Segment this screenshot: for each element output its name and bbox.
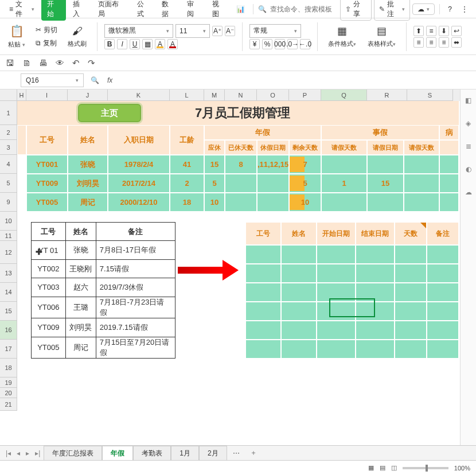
row-header[interactable]: 13 — [0, 264, 17, 283]
row-header[interactable]: 20 — [0, 388, 17, 398]
table-style-button[interactable]: ▤ 表格样式▾ — [364, 24, 399, 49]
tab-home[interactable]: 开始 — [41, 0, 67, 21]
view-break-icon[interactable]: ◫ — [391, 464, 397, 472]
row-header[interactable]: 2 — [0, 125, 17, 140]
tab-add-icon[interactable]: ＋ — [245, 446, 262, 460]
underline-button[interactable]: U — [130, 39, 140, 49]
align-left-icon[interactable]: ≡ — [413, 37, 424, 48]
help-icon[interactable]: ? — [444, 4, 455, 14]
tab-view[interactable]: 视图 — [208, 0, 231, 21]
row-header[interactable]: 11 — [0, 231, 17, 241]
percent-icon[interactable]: % — [262, 39, 272, 49]
col-header[interactable]: H — [17, 89, 26, 101]
row-header[interactable]: 1 — [0, 101, 17, 125]
decrease-font-icon[interactable]: A⁻ — [225, 26, 235, 36]
increase-font-icon[interactable]: A⁺ — [212, 26, 223, 36]
panel-backup-icon[interactable]: ☁ — [463, 187, 474, 197]
sheet-tab[interactable]: 2月 — [199, 446, 227, 461]
col-header[interactable]: N — [225, 89, 257, 101]
align-top-icon[interactable]: ⬆ — [413, 26, 424, 36]
wrap-icon[interactable]: ↩ — [451, 26, 462, 36]
save-as-icon[interactable]: 🗎 — [22, 58, 31, 68]
tab-review[interactable]: 审阅 — [182, 0, 205, 21]
italic-button[interactable]: I — [117, 39, 127, 49]
tab-prev-icon[interactable]: ◂ — [14, 449, 22, 457]
fill-color-button[interactable]: A — [155, 39, 165, 49]
sheet-tab[interactable]: 年度汇总报表 — [44, 446, 102, 461]
comments-button[interactable]: ✎批注▾ — [374, 0, 411, 21]
tab-first-icon[interactable]: |◂ — [3, 449, 13, 457]
row-header[interactable]: 3 — [0, 140, 17, 155]
row-header[interactable]: 16 — [0, 321, 17, 340]
lookup-icon[interactable]: 🔍 — [87, 76, 103, 84]
tab-more-icon[interactable]: ⋯ — [228, 447, 244, 460]
save-icon[interactable]: 🖫 — [6, 58, 14, 68]
border-button[interactable]: ▦ — [142, 39, 153, 49]
sheet-tab[interactable]: 1月 — [171, 446, 199, 461]
col-header[interactable]: J — [68, 89, 108, 101]
view-normal-icon[interactable]: ▦ — [368, 464, 374, 472]
file-menu[interactable]: ≡ 文件 ▾ — [5, 0, 39, 21]
undo-icon[interactable]: ↶ — [72, 58, 80, 68]
redo-icon[interactable]: ↷ — [88, 58, 95, 68]
bold-button[interactable]: B — [104, 39, 115, 49]
panel-style-icon[interactable]: ◈ — [463, 118, 474, 129]
paste-button[interactable]: 📋 粘贴 ▾ — [5, 23, 29, 50]
conditional-format-button[interactable]: ▦ 条件格式▾ — [325, 24, 360, 49]
col-header[interactable]: I — [26, 89, 68, 101]
inc-decimal-icon[interactable]: .0→ — [287, 39, 298, 49]
align-mid-icon[interactable]: ≡ — [426, 26, 436, 36]
currency-icon[interactable]: ¥ — [249, 39, 260, 49]
align-bot-icon[interactable]: ⬇ — [439, 26, 449, 36]
cloud-button[interactable]: ☁▾ — [412, 3, 435, 15]
cut-button[interactable]: ✂剪切 — [33, 24, 60, 36]
chart-icon[interactable]: 📊 — [233, 4, 248, 14]
tab-next-icon[interactable]: ▸ — [24, 449, 32, 457]
align-center-icon[interactable]: ≡ — [426, 37, 436, 48]
col-header[interactable]: Q — [321, 89, 367, 101]
col-header[interactable]: O — [257, 89, 289, 101]
align-right-icon[interactable]: ≡ — [439, 37, 449, 48]
col-header[interactable]: L — [170, 89, 204, 101]
row-header[interactable]: 14 — [0, 283, 17, 302]
row-header[interactable]: 18 — [0, 359, 17, 377]
tab-insert[interactable]: 插入 — [68, 0, 91, 21]
command-search[interactable] — [269, 5, 338, 14]
row-header[interactable]: 5 — [0, 174, 17, 193]
merge-icon[interactable]: ⬌ — [451, 37, 462, 48]
row-header[interactable]: 17 — [0, 340, 17, 359]
share-button[interactable]: ⇪分享 — [340, 0, 372, 21]
name-box[interactable]: Q16▾ — [21, 73, 84, 87]
row-header[interactable]: 10 — [0, 212, 17, 231]
font-name-dropdown[interactable]: 微软雅黑▾ — [104, 24, 173, 38]
home-button[interactable]: 主页 — [78, 104, 141, 122]
tab-last-icon[interactable]: ▸| — [33, 449, 42, 457]
tab-data[interactable]: 数据 — [157, 0, 180, 21]
comma-icon[interactable]: 000 — [275, 39, 285, 49]
dec-decimal-icon[interactable]: ←.0 — [300, 39, 310, 49]
col-header[interactable]: K — [108, 89, 170, 101]
format-painter-button[interactable]: 🖌 格式刷 — [64, 24, 90, 49]
panel-prop-icon[interactable]: ≣ — [463, 141, 474, 151]
spreadsheet-grid[interactable]: HIJKLMNOPQRS 123459101112131415161718192… — [0, 89, 476, 431]
select-all-corner[interactable] — [0, 89, 17, 101]
col-header[interactable]: R — [367, 89, 407, 101]
col-header[interactable]: P — [289, 89, 321, 101]
font-color-button[interactable]: A — [167, 39, 178, 49]
row-header[interactable]: 21 — [0, 398, 17, 411]
more-icon[interactable]: ⋮ — [458, 4, 471, 14]
col-header[interactable]: M — [204, 89, 225, 101]
row-header[interactable]: 15 — [0, 302, 17, 321]
row-header[interactable]: 12 — [0, 241, 17, 264]
panel-select-icon[interactable]: ◧ — [463, 95, 474, 106]
view-page-icon[interactable]: ▤ — [380, 464, 385, 472]
sheet-tab[interactable]: 考勤表 — [133, 446, 171, 461]
panel-analysis-icon[interactable]: ◐ — [463, 164, 474, 174]
row-header[interactable]: 4 — [0, 155, 17, 174]
tab-layout[interactable]: 页面布局 — [93, 0, 130, 21]
print-icon[interactable]: 🖶 — [39, 58, 48, 68]
copy-button[interactable]: ⧉复制 — [33, 37, 60, 49]
number-format-dropdown[interactable]: 常规▾ — [249, 24, 301, 38]
row-header[interactable]: 19 — [0, 377, 17, 388]
zoom-slider[interactable] — [403, 467, 448, 469]
